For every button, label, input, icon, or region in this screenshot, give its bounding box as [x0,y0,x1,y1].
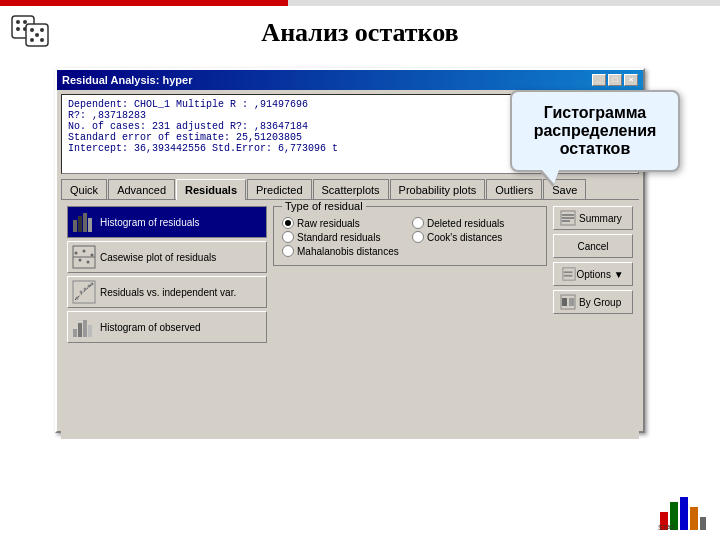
radio-deleted-label: Deleted residuals [427,218,504,229]
svg-rect-47 [700,517,706,530]
residual-type-group: Type of residual Raw residuals Deleted r… [273,206,547,266]
svg-rect-32 [88,325,92,337]
casewise-plot-button[interactable]: Casewise plot of residuals [67,241,267,273]
action-buttons-panel: Summary Cancel Options ▼ By G [553,206,633,433]
radio-standard-circle [282,231,294,243]
top-bar [0,0,720,6]
svg-point-25 [84,288,87,291]
content-area: Histogram of residuals Casewise plot of … [61,199,639,439]
summary-label: Summary [579,213,622,224]
radio-deleted[interactable]: Deleted residuals [412,217,538,229]
residuals-vs-indep-label: Residuals vs. independent var. [100,287,236,298]
tab-residuals[interactable]: Residuals [176,179,246,200]
histogram-observed-button[interactable]: Histogram of observed [67,311,267,343]
dialog-titlebar: Residual Analysis: hyper _ □ × [57,70,643,90]
maximize-button[interactable]: □ [608,74,622,86]
by-group-label: By Group [579,297,621,308]
svg-rect-30 [78,323,82,337]
svg-point-21 [91,254,94,257]
svg-rect-12 [78,216,82,232]
page-title: Анализ остатков [0,18,720,48]
svg-rect-38 [564,271,573,273]
bottom-logo: STAT [658,492,708,532]
tab-quick[interactable]: Quick [61,179,107,199]
cancel-button[interactable]: Cancel [553,234,633,258]
svg-rect-45 [680,497,688,530]
options-button[interactable]: Options ▼ [553,262,633,286]
svg-text:STAT: STAT [658,524,676,531]
cancel-label: Cancel [577,241,608,252]
radio-raw-circle [282,217,294,229]
histogram-residuals-label: Histogram of residuals [100,217,199,228]
svg-rect-36 [562,220,570,222]
tab-predicted[interactable]: Predicted [247,179,311,199]
close-button[interactable]: × [624,74,638,86]
radio-cooks-label: Cook's distances [427,232,502,243]
svg-rect-34 [562,214,574,216]
radio-mahal-label: Mahalanobis distances [297,246,399,257]
svg-rect-42 [569,298,574,306]
tab-outliers[interactable]: Outliers [486,179,542,199]
residual-group-label: Type of residual [282,200,366,212]
svg-rect-11 [73,220,77,232]
dialog-window-controls: _ □ × [592,74,638,86]
radio-deleted-circle [412,217,424,229]
dialog-title: Residual Analysis: hyper [62,74,192,86]
summary-icon [560,210,576,226]
residuals-vs-indep-button[interactable]: Residuals vs. independent var. [67,276,267,308]
summary-button[interactable]: Summary [553,206,633,230]
radio-cooks[interactable]: Cook's distances [412,231,538,243]
radio-raw[interactable]: Raw residuals [282,217,408,229]
radio-raw-label: Raw residuals [297,218,360,229]
svg-rect-13 [83,213,87,232]
tab-probability[interactable]: Probability plots [390,179,486,199]
options-icon [562,267,576,281]
right-panel: Type of residual Raw residuals Deleted r… [273,206,547,433]
radio-cooks-circle [412,231,424,243]
left-panel: Histogram of residuals Casewise plot of … [67,206,267,433]
radio-mahal-circle [282,245,294,257]
options-label: Options ▼ [576,269,623,280]
tab-scatterplots[interactable]: Scatterplots [313,179,389,199]
svg-point-19 [83,250,86,253]
histogram-residuals-button[interactable]: Histogram of residuals [67,206,267,238]
histogram2-icon [72,315,96,339]
svg-rect-39 [564,275,573,277]
radio-mahal[interactable]: Mahalanobis distances [282,245,538,257]
svg-rect-31 [83,320,87,337]
radio-standard-label: Standard residuals [297,232,380,243]
radio-row-2: Standard residuals Cook's distances [282,231,538,243]
svg-rect-14 [88,218,92,232]
minimize-button[interactable]: _ [592,74,606,86]
casewise-icon [72,245,96,269]
svg-point-20 [87,261,90,264]
svg-point-18 [79,259,82,262]
tab-advanced[interactable]: Advanced [108,179,175,199]
svg-rect-29 [73,329,77,337]
radio-row-1: Raw residuals Deleted residuals [282,217,538,229]
histogram-observed-label: Histogram of observed [100,322,201,333]
svg-rect-41 [562,298,567,306]
histogram-icon [72,210,96,234]
scatter-icon [72,280,96,304]
svg-rect-37 [563,268,575,280]
group-icon [560,294,576,310]
svg-point-17 [75,252,78,255]
svg-rect-46 [690,507,698,530]
by-group-button[interactable]: By Group [553,290,633,314]
tooltip-text: Гистограмма распределения остатков [534,104,657,157]
tooltip-callout: Гистограмма распределения остатков [510,90,680,172]
radio-standard[interactable]: Standard residuals [282,231,408,243]
svg-rect-35 [562,217,574,219]
radio-row-3: Mahalanobis distances [282,245,538,257]
casewise-plot-label: Casewise plot of residuals [100,252,216,263]
